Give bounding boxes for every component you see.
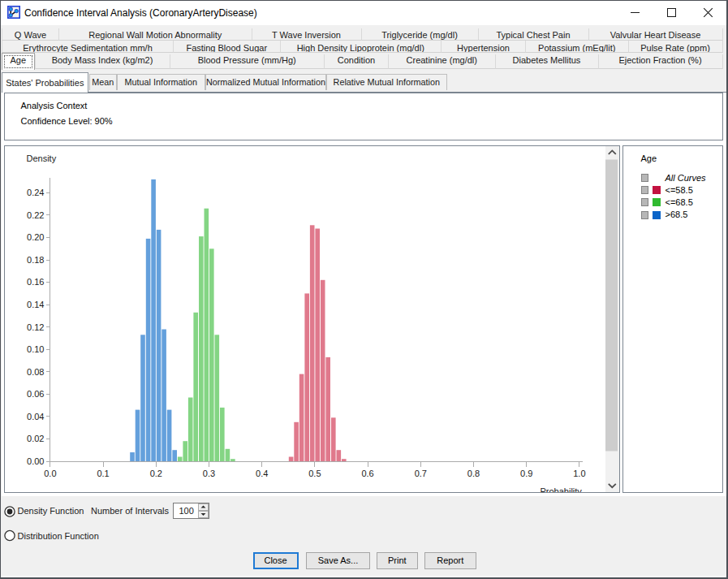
svg-text:0.06: 0.06 bbox=[27, 389, 44, 399]
svg-text:0.10: 0.10 bbox=[27, 344, 44, 354]
svg-text:1.0: 1.0 bbox=[573, 469, 585, 478]
svg-text:0.22: 0.22 bbox=[27, 210, 44, 219]
svg-text:0.6: 0.6 bbox=[361, 469, 373, 478]
svg-text:0.2: 0.2 bbox=[149, 469, 162, 478]
svg-text:0.8: 0.8 bbox=[467, 469, 479, 478]
svg-text:0.3: 0.3 bbox=[202, 469, 214, 478]
svg-text:0.00: 0.00 bbox=[27, 456, 44, 465]
svg-text:0.5: 0.5 bbox=[308, 469, 321, 478]
svg-text:0.18: 0.18 bbox=[27, 254, 44, 264]
svg-text:0.20: 0.20 bbox=[27, 232, 44, 242]
svg-text:0.0: 0.0 bbox=[44, 469, 56, 478]
svg-text:0.24: 0.24 bbox=[27, 188, 44, 197]
svg-text:0.08: 0.08 bbox=[27, 366, 44, 376]
svg-text:0.1: 0.1 bbox=[97, 469, 109, 478]
svg-text:0.7: 0.7 bbox=[414, 469, 426, 478]
svg-text:Density: Density bbox=[26, 153, 56, 162]
svg-text:0.12: 0.12 bbox=[27, 322, 44, 331]
svg-text:0.16: 0.16 bbox=[27, 277, 44, 287]
svg-text:0.14: 0.14 bbox=[27, 299, 44, 309]
svg-text:0.04: 0.04 bbox=[27, 411, 44, 421]
svg-text:0.02: 0.02 bbox=[27, 434, 44, 443]
svg-text:0.4: 0.4 bbox=[256, 469, 268, 478]
svg-text:Probability: Probability bbox=[540, 486, 582, 491]
svg-text:0.9: 0.9 bbox=[520, 469, 532, 478]
